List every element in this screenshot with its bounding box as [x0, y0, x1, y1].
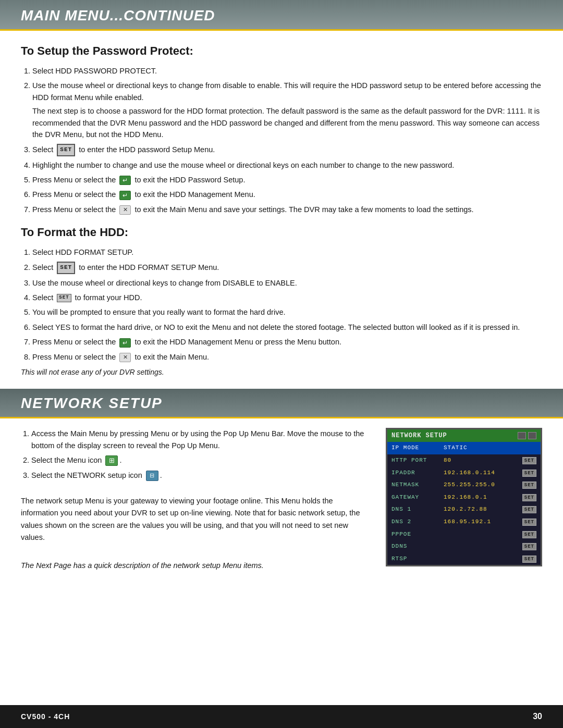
ns-set-button[interactable]: SET	[522, 531, 536, 538]
ns-row: DNS 1120.2.72.88SET	[387, 503, 541, 516]
network-banner: NETWORK SETUP	[0, 389, 563, 418]
hdd-italic-note: This will not erase any of your DVR sett…	[21, 368, 542, 376]
ns-row: DNS 2168.95.192.1SET	[387, 516, 541, 528]
network-icon	[146, 471, 158, 481]
footer-model: CV500 - 4CH	[21, 712, 70, 721]
hdd-step-2: Select SET to enter the HDD FORMAT SETUP…	[32, 262, 542, 274]
ns-title-text: NETWORK SETUP	[391, 432, 447, 439]
back-icon-3	[119, 338, 131, 348]
hdd-heading: To Format the HDD:	[21, 226, 542, 239]
password-section: To Setup the Password Protect: Select HD…	[21, 44, 542, 215]
ns-set-button[interactable]: SET	[522, 543, 536, 550]
hdd-section: To Format the HDD: Select HDD FORMAT SET…	[21, 226, 542, 376]
password-heading: To Setup the Password Protect:	[21, 44, 542, 58]
ns-set-button[interactable]: SET	[522, 457, 536, 464]
main-content: To Setup the Password Protect: Select HD…	[0, 31, 563, 389]
set-icon-small: SET	[57, 294, 71, 302]
ns-row: GATEWAY192.168.0.1SET	[387, 491, 541, 504]
password-step-6: Press Menu or select the to exit the HDD…	[32, 189, 542, 200]
hdd-step-4: Select SET to format your HDD.	[32, 292, 542, 303]
hdd-steps: Select HDD FORMAT SETUP. Select SET to e…	[21, 246, 542, 363]
back-icon-2	[119, 191, 131, 200]
ns-row: DDNSSET	[387, 540, 541, 553]
ns-title-bar: NETWORK SETUP	[387, 429, 541, 442]
ns-row: IP MODESTATIC	[387, 442, 541, 454]
network-text: Access the Main Menu by pressing Menu or…	[21, 428, 370, 575]
password-step-4: Highlight the number to change and use t…	[32, 159, 542, 171]
network-steps: Access the Main Menu by pressing Menu or…	[21, 428, 370, 481]
top-banner: MAIN MENU...continued	[0, 0, 563, 31]
network-step-1: Access the Main Menu by pressing Menu or…	[31, 428, 370, 451]
back-icon	[119, 176, 131, 185]
ns-set-button[interactable]: SET	[522, 556, 536, 563]
ns-set-button[interactable]: SET	[522, 482, 536, 489]
password-step-7: Press Menu or select the to exit the Mai…	[32, 204, 542, 215]
ns-icon-2	[528, 432, 536, 439]
ns-icon-1	[518, 432, 526, 439]
network-screen: NETWORK SETUP IP MODESTATICHTTP PORT80SE…	[386, 428, 542, 566]
main-title: MAIN MENU...continued	[21, 7, 542, 24]
hdd-step-8: Press Menu or select the to exit the Mai…	[32, 351, 542, 363]
password-step-2: Use the mouse wheel or directional keys …	[32, 80, 542, 140]
ns-row: NETMASK255.255.255.0SET	[387, 479, 541, 491]
set-icon: SET	[57, 144, 75, 156]
ns-set-button[interactable]: SET	[522, 470, 536, 477]
network-italic-note: The Next Page has a quick description of…	[21, 560, 370, 572]
x-icon	[119, 205, 131, 215]
page-footer: CV500 - 4CH 30	[0, 705, 563, 728]
password-steps: Select HDD PASSWORD PROTECT. Use the mou…	[21, 65, 542, 215]
x-icon-2	[119, 353, 131, 362]
hdd-step-5: You will be prompted to ensure that you …	[32, 306, 542, 318]
ns-row: PPPOESET	[387, 528, 541, 541]
footer-page: 30	[533, 712, 542, 721]
password-step-5: Press Menu or select the to exit the HDD…	[32, 174, 542, 186]
hdd-step-3: Use the mouse wheel or directional keys …	[32, 277, 542, 289]
ns-set-button[interactable]: SET	[522, 519, 536, 526]
network-screen-container: NETWORK SETUP IP MODESTATICHTTP PORT80SE…	[386, 428, 542, 566]
ns-set-button[interactable]: SET	[522, 494, 536, 501]
hdd-step-1: Select HDD FORMAT SETUP.	[32, 246, 542, 258]
password-step-3: Select SET to enter the HDD password Set…	[32, 144, 542, 156]
menu-icon	[105, 455, 118, 466]
ns-row: RTSPSET	[387, 553, 541, 565]
network-step-3: Select the NETWORK setup icon .	[31, 470, 370, 481]
ns-row: HTTP PORT80SET	[387, 454, 541, 467]
password-step-1: Select HDD PASSWORD PROTECT.	[32, 65, 542, 77]
network-content: Access the Main Menu by pressing Menu or…	[0, 418, 563, 585]
ns-row: IPADDR192.168.0.114SET	[387, 467, 541, 479]
hdd-step-7: Press Menu or select the to exit the HDD…	[32, 336, 542, 348]
network-paragraph: The network setup Menu is your gateway t…	[21, 495, 370, 544]
network-title: NETWORK SETUP	[21, 395, 542, 412]
hdd-step-6: Select YES to format the hard drive, or …	[32, 322, 542, 333]
set-icon-2: SET	[57, 262, 75, 274]
network-step-2: Select the Menu icon .	[31, 454, 370, 466]
ns-title-icons	[518, 432, 536, 439]
ns-set-button[interactable]: SET	[522, 506, 536, 513]
ns-rows: IP MODESTATICHTTP PORT80SETIPADDR192.168…	[387, 442, 541, 565]
